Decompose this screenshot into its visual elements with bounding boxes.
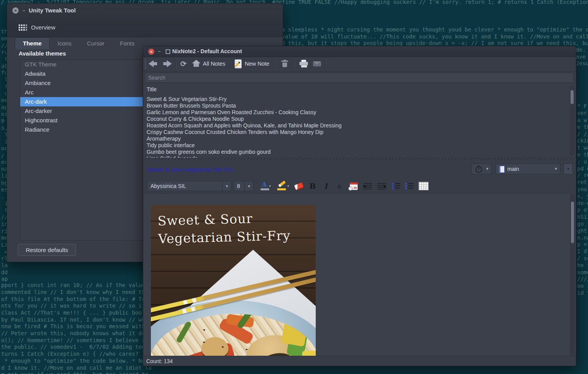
envelope-icon — [313, 61, 321, 64]
all-notes-label[interactable]: All Notes — [203, 61, 225, 67]
bullet-list-button[interactable] — [391, 181, 401, 191]
back-button[interactable] — [149, 60, 159, 67]
insert-table-button[interactable] — [418, 181, 429, 191]
overview-grid-icon — [19, 24, 20, 26]
bullet-list-icon — [392, 183, 400, 189]
new-note-button[interactable] — [235, 59, 242, 68]
terminal-line: a w — [577, 117, 588, 124]
editor-scrollbar[interactable] — [570, 194, 575, 355]
tab-label: Fonts — [120, 40, 135, 47]
expand-note-info-button[interactable]: ▼ — [564, 164, 573, 174]
desktop: / somedev2 - 5/22/07 Temporary my ass //… — [0, 0, 588, 374]
highlight-button[interactable]: ▾ — [276, 181, 291, 191]
terminal-line: de-d — [577, 200, 588, 207]
sync-button[interactable]: ⟳ — [180, 59, 187, 68]
email-button[interactable] — [313, 61, 321, 66]
restore-defaults-button[interactable]: Restore defaults — [18, 244, 76, 256]
maximize-button[interactable] — [166, 49, 170, 54]
tab[interactable]: Cursor — [79, 38, 112, 49]
strikethrough-icon: a — [337, 183, 341, 190]
terminal-line: go — [577, 221, 588, 228]
terminal-line: a sleepless * night cursing the moment y… — [282, 26, 588, 33]
notebook-select[interactable]: main ▾ — [495, 164, 560, 174]
format-toolbar: Abyssinica SIL ▾ 8 ▾ A ▾ ▾ B I a 38 — [143, 179, 576, 193]
terminal-line: ; u — [577, 158, 588, 165]
terminal-line: e th — [577, 124, 588, 131]
status-bar: Count: 134 — [143, 356, 576, 366]
photo-caption: Sweet & Sour Vegetarian Stir-Fry — [157, 209, 291, 248]
terminal-line: n.na — [577, 235, 588, 242]
terminal-line: s, yo — [577, 193, 588, 200]
note-list-scrollbar[interactable] — [570, 85, 574, 156]
editor-header: Sweet & Sour Vegetarian Stir-Fry ▾ main … — [143, 160, 576, 179]
minimize-button[interactable]: – — [158, 48, 161, 54]
font-color-icon: A — [261, 182, 269, 190]
strikethrough-button[interactable]: a — [334, 181, 345, 191]
font-size-select[interactable]: 8 ▾ — [233, 181, 254, 191]
bold-button[interactable]: B — [308, 181, 318, 191]
terminal-line: ght, — [577, 228, 588, 235]
italic-button[interactable]: I — [321, 181, 331, 191]
terminal-line: ckin — [577, 137, 588, 144]
titlebar[interactable]: × – NixNote2 - Default Account — [143, 46, 576, 57]
format-eraser-button[interactable] — [293, 181, 304, 191]
search-input[interactable] — [145, 73, 574, 83]
minimize-button[interactable]: – — [22, 7, 25, 13]
note-rows: Sweet & Sour Vegetarian Stir-FryBrown Bu… — [147, 96, 568, 158]
note-list[interactable]: Title Sweet & Sour Vegetarian Stir-FryBr… — [144, 84, 575, 158]
highlighter-icon — [278, 182, 287, 190]
scrollbar-thumb[interactable] — [571, 90, 574, 104]
reminder-button[interactable]: ▾ — [471, 164, 491, 174]
forward-icon — [167, 60, 172, 67]
calendar-clock-icon: 38 — [350, 183, 358, 190]
terminal-line: retr — [577, 179, 588, 186]
font-family-value: Abyssinica SIL — [150, 183, 186, 189]
window-title: Unity Tweak Tool — [29, 7, 76, 14]
toolbar-drag-handle[interactable] — [145, 59, 147, 69]
numbered-list-button[interactable] — [404, 181, 415, 191]
scrollbar-thumb[interactable] — [571, 202, 574, 243]
nixnote2-window: × – NixNote2 - Default Account ⟳ All Not… — [143, 46, 576, 366]
all-notes-button[interactable] — [192, 60, 201, 67]
numbered-list-icon — [405, 183, 413, 189]
print-button[interactable] — [299, 60, 308, 67]
font-color-button[interactable]: A ▾ — [258, 181, 273, 191]
note-list-item[interactable]: Roasted Acorn Squash and Apples with Qui… — [147, 122, 568, 129]
tab-label: Cursor — [87, 40, 104, 47]
food-pineapple — [302, 351, 316, 356]
note-list-item[interactable]: Gumbo beet greens corn soko endive gumbo… — [147, 149, 568, 155]
font-family-select[interactable]: Abyssinica SIL ▾ — [147, 181, 232, 191]
overview-label[interactable]: Overview — [31, 24, 55, 31]
food-mushroom — [201, 337, 228, 356]
close-button[interactable]: × — [12, 7, 19, 14]
column-header-title[interactable]: Title — [147, 86, 157, 92]
note-editor-body[interactable]: Sweet & Sour Vegetarian Stir-Fry — [144, 193, 570, 356]
close-button[interactable]: × — [148, 49, 154, 55]
insert-datetime-button[interactable]: 38 — [348, 181, 360, 191]
tab[interactable]: Theme — [15, 37, 50, 49]
note-list-item[interactable]: Coconut Curry & Chickpea Noodle Soup — [147, 116, 568, 122]
table-icon — [419, 182, 429, 190]
tab[interactable]: Icons — [50, 38, 79, 49]
new-note-label[interactable]: New Note — [245, 61, 270, 67]
note-list-item[interactable]: Sweet & Sour Vegetarian Stir-Fry — [147, 96, 568, 103]
note-list-item[interactable]: Aromatherapy — [147, 136, 568, 142]
terminal-line: you — [577, 186, 588, 193]
note-list-item[interactable]: Garlic Lemon and Parmesan Oven Roasted Z… — [147, 109, 568, 116]
tab[interactable]: Fonts — [112, 38, 142, 49]
indent-button[interactable] — [362, 181, 374, 191]
forward-button[interactable] — [162, 60, 172, 67]
note-list-item[interactable]: Tidy public interface — [147, 142, 568, 149]
terminal-line: * F — [577, 103, 588, 110]
italic-icon: I — [324, 182, 328, 190]
titlebar[interactable]: × – Unity Tweak Tool Overview — [7, 3, 283, 37]
notebook-icon — [499, 166, 505, 173]
note-title-link[interactable]: Sweet & Sour Vegetarian Stir-Fry — [147, 166, 233, 173]
chevron-down-icon: ▾ — [269, 184, 271, 188]
note-list-item[interactable]: Brown Butter Brussels Sprouts Pasta — [147, 103, 568, 109]
delete-note-button[interactable] — [281, 60, 288, 68]
terminal-line: I d — [577, 248, 588, 255]
terminal-line: / re — [577, 172, 588, 179]
note-list-item[interactable]: Crispy Cashew Coconut Crusted Chicken Te… — [147, 129, 568, 136]
outdent-button[interactable] — [376, 181, 387, 191]
